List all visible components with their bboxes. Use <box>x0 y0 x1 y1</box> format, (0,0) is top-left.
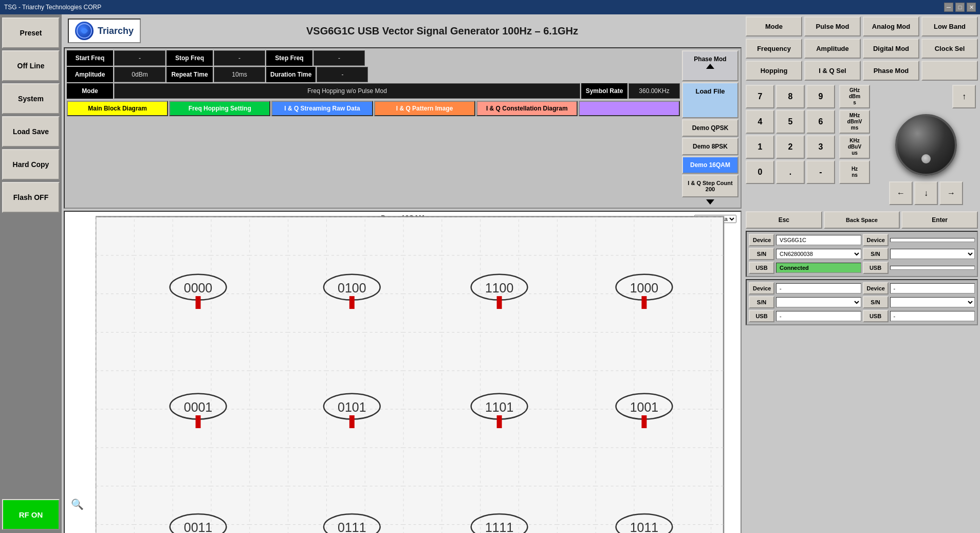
load-file-btn[interactable]: Load File <box>682 82 738 118</box>
usb-1-label-btn[interactable]: USB <box>749 262 774 274</box>
control-panel: Start Freq - Stop Freq - Step Freq - Amp… <box>64 47 742 209</box>
iq-sel-btn[interactable]: I & Q Sel <box>804 61 861 81</box>
num-2[interactable]: 2 <box>776 135 805 159</box>
unit-khz-btn[interactable]: KHz dBuV us <box>839 135 870 159</box>
num-8[interactable]: 8 <box>776 85 805 108</box>
svg-rect-2 <box>96 216 724 533</box>
maximize-btn[interactable]: □ <box>955 3 965 12</box>
duration-time-value: - <box>317 67 368 82</box>
sn-4-dropdown[interactable] <box>890 297 975 307</box>
chart-container: Demo 16QAM Pattern data 🔍 <box>64 211 742 533</box>
sn-2-label-btn[interactable]: S/N <box>863 248 889 260</box>
num-5[interactable]: 5 <box>776 110 805 134</box>
device-2-value <box>890 238 975 242</box>
sidebar-rfon-btn[interactable]: RF ON <box>2 499 60 530</box>
svg-rect-26 <box>497 296 502 309</box>
arrow-left-btn[interactable]: ← <box>889 181 913 205</box>
arrow-down-btn[interactable]: ↓ <box>914 181 938 205</box>
arrow-up-btn[interactable]: ↑ <box>952 85 976 108</box>
svg-rect-32 <box>196 415 201 428</box>
knob-indicator <box>921 154 931 163</box>
step-freq-value: - <box>313 50 365 66</box>
knob-area: ↑ ← ↓ → <box>874 85 978 209</box>
minimize-btn[interactable]: ─ <box>944 3 953 12</box>
right-control-panel: Mode Pulse Mod Analog Mod Low Band Frequ… <box>744 14 980 533</box>
tab-extra[interactable] <box>579 101 680 116</box>
tab-iq-pattern[interactable]: I & Q Pattern Image <box>374 101 475 116</box>
sn-3-dropdown[interactable] <box>776 297 861 307</box>
symbol-rate-label: Symbol Rate <box>581 83 627 99</box>
demo-8psk-label: Demo 8PSK <box>693 143 728 150</box>
analog-mod-btn[interactable]: Analog Mod <box>863 16 919 36</box>
unit-mhz-btn[interactable]: MHz dBmV ms <box>839 110 870 134</box>
extra-btn[interactable] <box>921 61 978 81</box>
window-controls[interactable]: ─ □ ✕ <box>944 3 976 12</box>
device-2-label-btn[interactable]: Device <box>863 234 889 246</box>
backspace-btn[interactable]: Back Space <box>824 211 900 229</box>
hopping-btn[interactable]: Hopping <box>746 61 802 81</box>
demo-16qam-btn[interactable]: Demo 16QAM <box>682 156 738 174</box>
arrow-right-btn[interactable]: → <box>939 181 963 205</box>
num-3[interactable]: 3 <box>806 135 835 159</box>
num-4[interactable]: 4 <box>746 110 774 134</box>
demo-qpsk-btn[interactable]: Demo QPSK <box>682 119 738 137</box>
svg-rect-29 <box>641 296 646 309</box>
start-freq-label: Start Freq <box>67 50 113 66</box>
close-btn[interactable]: ✕ <box>967 3 976 12</box>
sidebar-preset-btn[interactable]: Preset <box>2 17 60 48</box>
phase-mod-ctrl-btn[interactable]: Phase Mod <box>863 61 919 81</box>
tab-iq-streaming[interactable]: I & Q Streaming Raw Data <box>271 101 373 116</box>
num-6[interactable]: 6 <box>806 110 835 134</box>
device-1-label-btn[interactable]: Device <box>749 234 774 246</box>
esc-btn[interactable]: Esc <box>746 211 822 229</box>
pulse-mod-btn[interactable]: Pulse Mod <box>804 16 861 36</box>
iq-step-count-btn[interactable]: I & Q Step Count 200 <box>682 175 738 197</box>
sidebar-flash-btn[interactable]: Flash OFF <box>2 182 60 213</box>
device-3-label-btn[interactable]: Device <box>749 282 774 295</box>
sn-1-dropdown[interactable]: CN62800038 <box>776 249 861 259</box>
svg-rect-41 <box>641 415 646 428</box>
num-minus[interactable]: - <box>806 160 835 184</box>
svg-text:1101: 1101 <box>485 400 513 414</box>
sidebar-system-btn[interactable]: System <box>2 83 60 114</box>
num-7[interactable]: 7 <box>746 85 774 108</box>
device-4-label-btn[interactable]: Device <box>863 282 889 295</box>
usb-2-label-btn[interactable]: USB <box>863 262 889 274</box>
demo-qpsk-label: Demo QPSK <box>692 124 729 132</box>
tab-iq-constellation[interactable]: I & Q Constellation Diagram <box>476 101 578 116</box>
sn-1-label-btn[interactable]: S/N <box>749 248 774 260</box>
digital-mod-btn[interactable]: Digital Mod <box>863 39 919 59</box>
usb-4-label-btn[interactable]: USB <box>863 310 889 322</box>
num-1[interactable]: 1 <box>746 135 774 159</box>
unit-hz-btn[interactable]: Hz ns <box>839 160 870 184</box>
sidebar-loadsave-btn[interactable]: Load Save <box>2 116 60 147</box>
sidebar-hardcopy-btn[interactable]: Hard Copy <box>2 149 60 180</box>
repeat-time-value: 10ms <box>214 67 265 82</box>
rotary-knob[interactable] <box>895 114 957 176</box>
usb-4-status: - <box>890 311 975 321</box>
sn-3-label-btn[interactable]: S/N <box>749 296 774 308</box>
demo-8psk-btn[interactable]: Demo 8PSK <box>682 138 738 155</box>
tab-freq-hopping[interactable]: Freq Hopping Setting <box>169 101 270 116</box>
num-dot[interactable]: . <box>776 160 805 184</box>
symbol-rate-value: 360.00KHz <box>628 83 680 99</box>
phase-mod-btn[interactable]: Phase Mod <box>682 50 738 81</box>
enter-btn[interactable]: Enter <box>901 211 978 229</box>
clock-sel-btn[interactable]: Clock Sel <box>921 39 978 59</box>
num-9[interactable]: 9 <box>806 85 835 108</box>
num-0[interactable]: 0 <box>746 160 774 184</box>
tab-main-block[interactable]: Main Block Diagram <box>67 101 168 116</box>
unit-ghz-btn[interactable]: GHz dBm s <box>839 85 870 108</box>
mode-value: Freq Hopping w/o Pulse Mod <box>114 83 580 99</box>
sn-row-2: S/N S/N <box>749 296 975 308</box>
usb-3-label-btn[interactable]: USB <box>749 310 774 322</box>
sn-4-label-btn[interactable]: S/N <box>863 296 889 308</box>
amplitude-btn[interactable]: Amplitude <box>804 39 861 59</box>
frequency-btn[interactable]: Frequency <box>746 39 802 59</box>
sn-2-dropdown[interactable] <box>890 249 975 259</box>
ctrl-row-2: Frequency Amplitude Digital Mod Clock Se… <box>746 39 978 59</box>
device-section-2: Device - Device - S/N S/N USB - USB <box>746 279 978 325</box>
low-band-btn[interactable]: Low Band <box>921 16 978 36</box>
mode-btn[interactable]: Mode <box>746 16 802 36</box>
sidebar-offline-btn[interactable]: Off Line <box>2 50 60 81</box>
